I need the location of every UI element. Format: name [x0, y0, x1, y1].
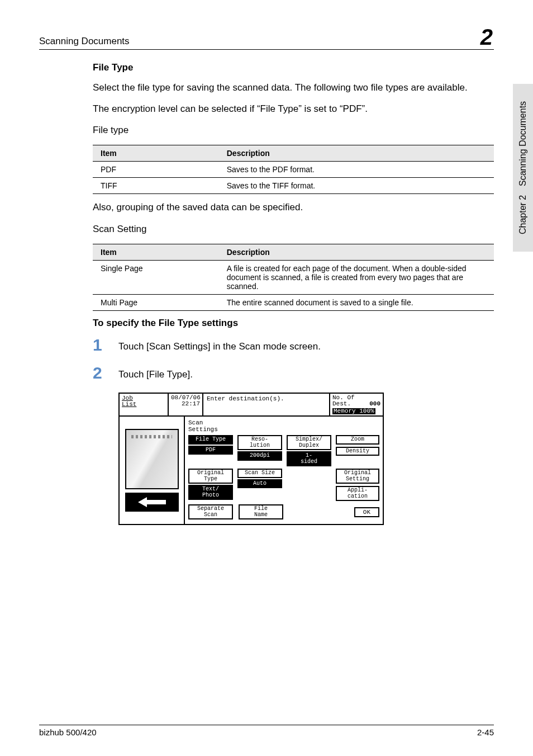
- resolution-value: 200dpi: [237, 451, 282, 461]
- table-row: Item Description: [93, 244, 494, 260]
- file-type-value: PDF: [188, 446, 233, 455]
- original-type-button[interactable]: Original Type: [188, 469, 233, 484]
- paragraph-encryption-note: The encryption level can be selected if …: [93, 102, 494, 116]
- datetime: 08/07/06 22:17: [169, 394, 203, 416]
- breadcrumb: Scanning Documents: [39, 36, 130, 47]
- table-row: PDF Saves to the PDF format.: [93, 162, 494, 178]
- page-header: Scanning Documents 2: [39, 27, 494, 50]
- cell-item: PDF: [93, 162, 221, 178]
- simplex-duplex-button[interactable]: Simplex/ Duplex: [287, 435, 331, 450]
- paragraph-file-type-intro: Select the file type for saving the scan…: [93, 81, 494, 94]
- side-tab-chapter: Chapter 2: [518, 195, 528, 234]
- paragraph-grouping-note: Also, grouping of the saved data can be …: [93, 201, 494, 214]
- step-number: 2: [93, 365, 118, 381]
- table-row: TIFF Saves to the TIFF format.: [93, 178, 494, 194]
- page-preview-icon: [125, 429, 179, 489]
- cell-desc: Saves to the PDF format.: [221, 162, 494, 178]
- table-row: Single Page A file is created for each p…: [93, 260, 494, 294]
- file-name-button[interactable]: File Name: [239, 504, 283, 519]
- application-button[interactable]: Appli- cation: [336, 486, 379, 501]
- resolution-button[interactable]: Reso- lution: [237, 435, 282, 450]
- side-tab: Chapter 2 Scanning Documents: [513, 84, 533, 252]
- step-1: 1 Touch [Scan Settings] in the Scan mode…: [93, 337, 494, 353]
- touchscreen-screenshot: Job List 08/07/06 22:17 Enter destinatio…: [118, 393, 384, 526]
- preview-pane: [120, 417, 185, 524]
- scan-settings-label: Scan Settings: [188, 420, 379, 433]
- step-text: Touch [File Type].: [118, 365, 494, 381]
- scan-size-value: Auto: [237, 479, 282, 489]
- scan-size-button[interactable]: Scan Size: [237, 469, 282, 478]
- footer-right: 2-45: [477, 727, 494, 737]
- heading-specify-file-type: To specify the File Type settings: [93, 318, 494, 329]
- job-list-button[interactable]: Job List: [120, 394, 169, 416]
- label-file-type: File type: [93, 124, 494, 137]
- heading-file-type: File Type: [93, 62, 494, 73]
- cell-desc: Saves to the TIFF format.: [221, 178, 494, 194]
- label-scan-setting: Scan Setting: [93, 223, 494, 236]
- original-setting-button[interactable]: Original Setting: [336, 469, 379, 484]
- cell-desc: A file is created for each page of the d…: [221, 260, 494, 294]
- footer-left: bizhub 500/420: [39, 727, 97, 737]
- zoom-button[interactable]: Zoom: [336, 435, 379, 445]
- page-footer: bizhub 500/420 2-45: [39, 725, 494, 737]
- cell-item: Multi Page: [93, 294, 221, 310]
- step-text: Touch [Scan Settings] in the Scan mode s…: [118, 337, 494, 353]
- title-bar: Enter destination(s).: [203, 394, 329, 416]
- step-number: 1: [93, 337, 118, 353]
- table-filetype: Item Description PDF Saves to the PDF fo…: [93, 145, 494, 194]
- col-desc: Description: [221, 145, 494, 162]
- table-row: Multi Page The entire scanned document i…: [93, 294, 494, 310]
- density-button[interactable]: Density: [336, 447, 379, 456]
- col-item: Item: [93, 244, 221, 260]
- step-2: 2 Touch [File Type].: [93, 365, 494, 381]
- file-type-button[interactable]: File Type: [188, 435, 233, 445]
- svg-marker-0: [138, 497, 166, 507]
- original-type-value: Text/ Photo: [188, 485, 233, 500]
- cell-item: Single Page: [93, 260, 221, 294]
- status-area: No. Of Dest. 000 Memory 100%: [329, 394, 383, 416]
- col-desc: Description: [221, 244, 494, 260]
- ok-button[interactable]: OK: [354, 507, 379, 517]
- simplex-duplex-value: 1- sided: [287, 451, 331, 466]
- chapter-number: 2: [480, 27, 494, 47]
- side-tab-section: Scanning Documents: [518, 101, 528, 186]
- separate-scan-button[interactable]: Separate Scan: [188, 504, 233, 519]
- cell-item: TIFF: [93, 178, 221, 194]
- col-item: Item: [93, 145, 221, 162]
- cell-desc: The entire scanned document is saved to …: [221, 294, 494, 310]
- table-row: Item Description: [93, 145, 494, 162]
- table-scansetting: Item Description Single Page A file is c…: [93, 244, 494, 311]
- arrow-left-icon[interactable]: [125, 493, 179, 512]
